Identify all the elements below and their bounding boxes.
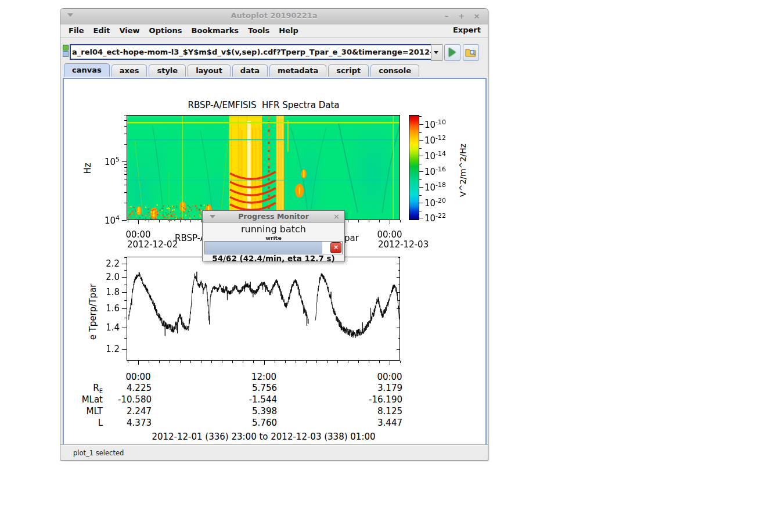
lineplot-x-tick-label: 00:00 xyxy=(118,372,159,382)
annotation-value: 8.125 xyxy=(339,406,402,416)
colorbar-tick-label: 10-16 xyxy=(424,166,459,177)
maximize-button[interactable]: + xyxy=(456,11,467,21)
expert-menu[interactable]: Expert xyxy=(453,26,481,34)
tab-console[interactable]: console xyxy=(370,64,419,77)
dialog-menu-chevron-down-icon[interactable] xyxy=(210,215,215,218)
spectro-date-label: 2012-12-03 xyxy=(378,239,442,250)
spectro-y-tick-label: 105 xyxy=(93,156,120,167)
annotation-value: 4.225 xyxy=(88,383,152,393)
menu-item-help[interactable]: Help xyxy=(274,25,303,36)
hz-axis-label: Hz xyxy=(82,160,93,177)
plot-title: RBSP-A/EMFISIS HFR Spectra Data xyxy=(147,100,380,110)
menu-item-view[interactable]: View xyxy=(114,25,144,36)
annotation-value: 5.398 xyxy=(213,406,277,416)
annotation-value: -10.580 xyxy=(88,394,152,405)
annotation-value: 2.247 xyxy=(88,406,152,416)
annotation-value: -1.544 xyxy=(213,394,277,405)
spectro-x-tick-label: 00:00 xyxy=(118,229,159,240)
colorbar-tick-label: 10-12 xyxy=(424,134,459,146)
annotation-value: 3.179 xyxy=(339,383,402,393)
colorbar-tick-label: 10-14 xyxy=(424,150,459,161)
lineplot-canvas[interactable] xyxy=(114,257,412,367)
tab-data[interactable]: data xyxy=(232,64,268,77)
colorbar-tick-label: 10-10 xyxy=(424,118,459,130)
x-icon: × xyxy=(333,243,339,251)
tab-style[interactable]: style xyxy=(149,64,186,77)
lineplot-y-tick-label: 2.0 xyxy=(93,272,120,282)
annotation-value: -16.190 xyxy=(339,394,402,405)
title-bar[interactable]: Autoplot 20190221a – + × xyxy=(60,9,488,24)
annotation-value: 3.447 xyxy=(339,418,402,428)
play-icon xyxy=(449,48,456,57)
menu-item-options[interactable]: Options xyxy=(145,25,187,36)
menu-item-file[interactable]: File xyxy=(64,25,89,36)
status-bar: plot_1 selected xyxy=(60,444,488,460)
annotation-value: 4.373 xyxy=(88,418,152,428)
progress-bar-fill xyxy=(205,242,322,254)
progress-bar: × xyxy=(204,241,343,254)
tab-script[interactable]: script xyxy=(328,64,369,77)
annotation-value: 5.756 xyxy=(213,383,277,393)
colorbar-tick-label: 10-18 xyxy=(424,181,459,193)
dialog-close-icon[interactable]: × xyxy=(333,211,340,222)
tab-axes[interactable]: axes xyxy=(111,64,147,77)
colorbar-unit-label: V^2/m^2/Hz xyxy=(458,132,467,208)
occluded-title-right-fragment: par xyxy=(344,233,379,243)
lineplot-y-tick-label: 2.2 xyxy=(93,258,120,269)
uri-toolbar: a_rel04_ect-hope-mom-l3_$Y$m$d_v$(v,sep)… xyxy=(60,38,488,63)
lineplot-y-tick-label: 1.6 xyxy=(93,303,120,314)
lineplot-y-tick-label: 1.4 xyxy=(93,322,120,333)
close-button[interactable]: × xyxy=(472,11,482,21)
minimize-button[interactable]: – xyxy=(441,11,452,21)
canvas-panel: RBSP-A/EMFISIS HFR Spectra Data Hz V^2/m… xyxy=(63,78,487,447)
autoplot-window: Autoplot 20190221a – + × FileEditViewOpt… xyxy=(60,8,488,461)
tab-canvas[interactable]: canvas xyxy=(64,63,110,77)
menu-item-edit[interactable]: Edit xyxy=(89,25,115,36)
lineplot-x-tick-label: 00:00 xyxy=(369,372,410,382)
tab-strip: canvasaxesstylelayoutdatametadatascriptc… xyxy=(64,63,484,78)
progress-status-text: 54/62 (42.4/min, eta 12.7 s) xyxy=(203,254,344,263)
annotation-value: 5.760 xyxy=(213,418,277,428)
tab-layout[interactable]: layout xyxy=(188,64,231,77)
chevron-down-icon xyxy=(434,51,438,54)
uri-dropdown-button[interactable] xyxy=(431,44,442,61)
footer-timerange: 2012-12-01 (336) 23:00 to 2012-12-03 (33… xyxy=(118,432,409,442)
menu-item-tools[interactable]: Tools xyxy=(243,25,274,36)
lineplot-y-tick-label: 1.8 xyxy=(93,287,120,297)
colorbar-tick-label: 10-22 xyxy=(424,212,459,224)
progress-monitor-dialog: Progress Monitor × running batch write /… xyxy=(202,210,345,261)
progress-dialog-title: Progress Monitor xyxy=(238,212,309,221)
progress-task-label: running batch xyxy=(203,224,344,235)
lineplot-x-tick-label: 12:00 xyxy=(244,372,285,382)
window-title: Autoplot 20190221a xyxy=(60,11,488,20)
folder-search-icon xyxy=(465,47,477,57)
progress-dialog-title-bar[interactable]: Progress Monitor × xyxy=(203,211,344,223)
tab-metadata[interactable]: metadata xyxy=(269,64,326,77)
inspect-file-button[interactable] xyxy=(463,44,479,61)
colorbar-tick-label: 10-20 xyxy=(424,197,459,209)
plot-go-button[interactable] xyxy=(444,44,460,61)
progress-cancel-button[interactable]: × xyxy=(330,242,341,253)
plot-area: RBSP-A/EMFISIS HFR Spectra Data Hz V^2/m… xyxy=(64,79,483,443)
spectro-y-tick-label: 104 xyxy=(93,214,120,226)
colorbar-canvas[interactable] xyxy=(409,115,426,227)
status-text: plot_1 selected xyxy=(73,449,124,457)
menu-bar: FileEditViewOptionsBookmarksToolsHelp Ex… xyxy=(60,24,488,38)
uri-input[interactable]: a_rel04_ect-hope-mom-l3_$Y$m$d_v$(v,sep)… xyxy=(70,44,432,60)
menu-item-bookmarks[interactable]: Bookmarks xyxy=(187,25,244,36)
occluded-title-left-fragment: RBSP-A xyxy=(174,233,206,243)
datasource-green-square-icon xyxy=(63,45,69,51)
lineplot-y-tick-label: 1.2 xyxy=(93,344,120,354)
datasource-blue-square-icon xyxy=(63,51,69,57)
